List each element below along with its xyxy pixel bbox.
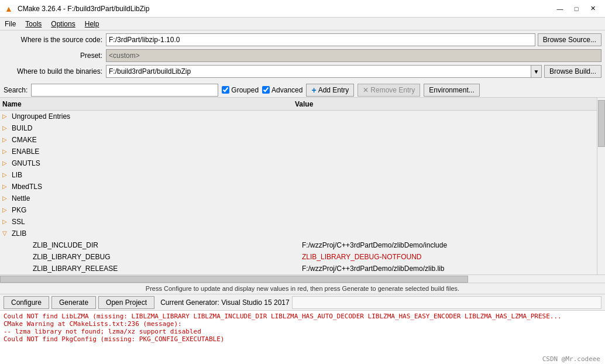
environment-button[interactable]: Environment... (424, 84, 479, 97)
row-name: BUILD (12, 124, 281, 132)
build-label: Where to build the binaries: (4, 67, 106, 75)
tree-row[interactable]: ▷ Nettle (0, 193, 597, 204)
tree-row[interactable]: ▷ SSL (0, 216, 597, 228)
build-dropdown-arrow[interactable]: ▼ (531, 66, 541, 77)
tree-row[interactable]: ZLIB_INCLUDE_DIR F:/wzzProj/C++3rdPartDe… (0, 239, 597, 251)
action-bar: Configure Generate Open Project Current … (0, 294, 605, 310)
row-name: MbedTLS (12, 183, 281, 191)
search-row: Search: Grouped Advanced + Add Entry ✕ R… (0, 83, 605, 98)
tree-row[interactable]: ZLIB_LIBRARY_DEBUG ZLIB_LIBRARY_DEBUG-NO… (0, 251, 597, 263)
generator-label: Current Generator: Visual Studio 15 2017 (160, 298, 290, 307)
source-label: Where is the source code: (4, 36, 106, 44)
minimize-button[interactable]: — (552, 3, 568, 15)
remove-entry-label: Remove Entry (370, 86, 415, 94)
remove-entry-button[interactable]: ✕ Remove Entry (358, 84, 420, 97)
browse-source-button[interactable]: Browse Source... (538, 33, 601, 46)
titlebar-title: CMake 3.26.4 - F:/build3rdPart/buildLibZ… (18, 5, 149, 13)
main-layout: Where is the source code: Browse Source.… (0, 30, 605, 364)
titlebar-controls: — □ ✕ (552, 3, 600, 15)
configure-button[interactable]: Configure (4, 296, 49, 309)
menu-help[interactable]: Help (80, 19, 104, 29)
expand-icon[interactable]: ▷ (2, 160, 11, 166)
preset-row: Preset: (4, 49, 601, 63)
tree-row[interactable]: ▷ MbedTLS (0, 181, 597, 193)
tree-row[interactable]: ▽ ZLIB (0, 228, 597, 239)
grouped-label: Grouped (231, 86, 259, 94)
menubar: File Tools Options Help (0, 18, 605, 30)
expand-icon[interactable]: ▷ (2, 136, 11, 143)
output-lines: Could NOT find LibLZMA (missing: LIBLZMA… (4, 313, 601, 343)
tree-row[interactable]: ▷ CMAKE (0, 134, 597, 146)
close-button[interactable]: ✕ (585, 3, 600, 15)
expand-icon[interactable]: ▷ (2, 218, 11, 225)
expand-icon[interactable]: ▽ (2, 230, 11, 236)
tree-with-scroll: Name Value ▷ Ungrouped Entries ▷ BUILD ▷… (0, 98, 605, 274)
remove-icon: ✕ (363, 86, 369, 94)
row-name: Nettle (12, 194, 281, 202)
advanced-checkbox[interactable] (262, 86, 270, 94)
titlebar-left: ▲ CMake 3.26.4 - F:/build3rdPart/buildLi… (5, 4, 149, 13)
row-value: F:/wzzProj/C++3rdPartDemo/zlibDemo/zlib.… (302, 265, 597, 273)
browse-build-button[interactable]: Browse Build... (544, 65, 601, 78)
row-name: PKG (12, 206, 281, 214)
output-line: -- lzma library not found; lzma/xz suppo… (4, 328, 601, 335)
build-input[interactable] (106, 66, 531, 77)
vertical-scrollbar[interactable] (597, 98, 605, 274)
advanced-checkbox-label[interactable]: Advanced (262, 86, 302, 94)
expand-icon[interactable]: ▷ (2, 125, 11, 131)
tree-row[interactable]: ZLIB_LIBRARY_RELEASE F:/wzzProj/C++3rdPa… (0, 263, 597, 274)
tree-row[interactable]: ▷ PKG (0, 204, 597, 216)
build-row: Where to build the binaries: ▼ Browse Bu… (4, 64, 601, 78)
expand-icon[interactable]: ▷ (2, 207, 11, 213)
vscroll-thumb[interactable] (598, 100, 605, 147)
tree-row[interactable]: ▷ Ungrouped Entries (0, 111, 597, 122)
tree-row[interactable]: ▷ LIB (0, 169, 597, 181)
search-input[interactable] (31, 84, 218, 97)
expand-icon[interactable]: ▷ (2, 148, 11, 154)
source-row: Where is the source code: Browse Source.… (4, 33, 601, 47)
row-name: ZLIB_INCLUDE_DIR (33, 241, 302, 249)
menu-tools[interactable]: Tools (20, 19, 46, 29)
expand-icon[interactable]: ▷ (2, 113, 11, 119)
tree-row[interactable]: ▷ ENABLE (0, 146, 597, 157)
generate-button[interactable]: Generate (51, 296, 96, 309)
output-line: Could NOT find LibLZMA (missing: LIBLZMA… (4, 313, 601, 320)
expand-icon[interactable]: ▷ (2, 183, 11, 190)
maximize-button[interactable]: □ (569, 3, 584, 15)
build-input-container: ▼ (106, 65, 542, 78)
add-icon: + (311, 85, 316, 95)
output-area: Could NOT find LibLZMA (missing: LIBLZMA… (0, 310, 605, 364)
expand-icon[interactable]: ▷ (2, 171, 11, 178)
status-bar: Press Configure to update and display ne… (0, 283, 605, 294)
source-input[interactable] (106, 33, 535, 46)
tree-rows: ▷ Ungrouped Entries ▷ BUILD ▷ CMAKE ▷ EN… (0, 111, 597, 274)
tree-row[interactable]: ▷ GNUTLS (0, 157, 597, 169)
horizontal-scrollbar[interactable] (0, 274, 605, 283)
search-label: Search: (4, 86, 28, 94)
preset-label: Preset: (4, 51, 106, 60)
output-line: Could NOT find PkgConfig (missing: PKG_C… (4, 335, 601, 343)
inner-tree[interactable]: Name Value ▷ Ungrouped Entries ▷ BUILD ▷… (0, 98, 597, 274)
row-name: SSL (12, 218, 281, 226)
titlebar: ▲ CMake 3.26.4 - F:/build3rdPart/buildLi… (0, 0, 605, 18)
generator-input[interactable] (292, 296, 601, 309)
row-name: GNUTLS (12, 159, 281, 167)
menu-file[interactable]: File (0, 19, 20, 29)
hscroll-thumb[interactable] (0, 276, 468, 283)
row-name: ZLIB_LIBRARY_DEBUG (33, 253, 302, 261)
open-project-button[interactable]: Open Project (98, 296, 154, 309)
add-entry-button[interactable]: + Add Entry (306, 84, 354, 97)
add-entry-label: Add Entry (318, 86, 349, 94)
grouped-checkbox-label[interactable]: Grouped (222, 86, 259, 94)
expand-icon[interactable]: ▷ (2, 195, 11, 201)
grouped-checkbox[interactable] (222, 86, 229, 94)
tree-row[interactable]: ▷ BUILD (0, 122, 597, 134)
menu-options[interactable]: Options (46, 19, 80, 29)
tree-area: Name Value ▷ Ungrouped Entries ▷ BUILD ▷… (0, 98, 605, 283)
preset-input (106, 49, 601, 62)
row-value: F:/wzzProj/C++3rdPartDemo/zlibDemo/inclu… (302, 241, 597, 249)
row-name: ENABLE (12, 147, 281, 156)
row-name: CMAKE (12, 136, 281, 144)
row-name: ZLIB (12, 229, 281, 238)
cmake-icon: ▲ (5, 4, 14, 13)
